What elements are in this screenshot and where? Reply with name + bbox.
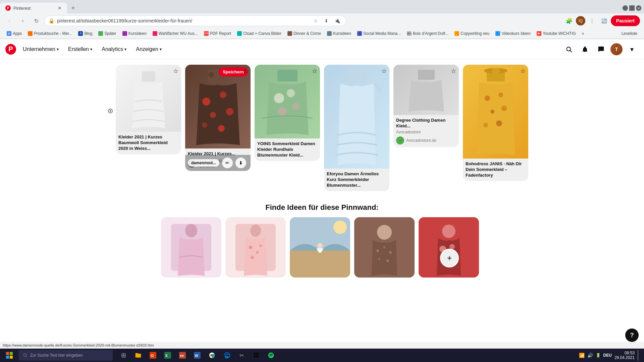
reading-list-button[interactable]: Leseliste: [619, 31, 640, 37]
svg-point-45: [383, 246, 385, 248]
new-tab-button[interactable]: +: [68, 3, 78, 13]
windows-search-bar[interactable]: Zur Suche Text hier eingeben: [19, 350, 113, 361]
close-button[interactable]: ✕: [636, 5, 641, 11]
taskbar-spotify[interactable]: [264, 349, 278, 362]
bookmark-icon-10: [357, 31, 362, 36]
add-more-button[interactable]: +: [440, 249, 459, 267]
tab-close-button[interactable]: ✕: [58, 5, 62, 11]
taskbar-snip[interactable]: ✂: [235, 349, 248, 362]
bookmark-wahlfaecher[interactable]: Wahlfächer WU Aus...: [150, 31, 201, 37]
pin-green-floral[interactable]: Speichern YOINS Sommerkleid Damen Kleide…: [255, 65, 320, 161]
idea-card-4[interactable]: [354, 217, 415, 278]
bookmark-copywriting-label: Copywriting neu: [461, 31, 489, 36]
taskbar-file-manager[interactable]: [131, 349, 145, 362]
bookmark-more[interactable]: »: [579, 31, 587, 37]
pin-floral-dark-star-button[interactable]: ☆: [243, 67, 248, 75]
forward-button[interactable]: ›: [17, 15, 28, 26]
back-button[interactable]: ‹: [4, 15, 15, 26]
idea-card-3[interactable]: [290, 217, 350, 278]
bookmark-youtube[interactable]: ▶ Youtube WICHTIG: [534, 31, 579, 37]
help-button[interactable]: ?: [625, 328, 639, 342]
pin-column-3: Speichern YOINS Sommerkleid Damen Kleide…: [255, 65, 320, 191]
chrome-sync-button[interactable]: 🔄: [599, 15, 609, 26]
idea-card-2[interactable]: [225, 217, 286, 278]
more-tools-button[interactable]: ⋮: [587, 15, 597, 26]
pin-blue-white[interactable]: Speichern Eforyou Damen Ärmellos Kurz So…: [324, 65, 389, 191]
nav-analytics-label: Analytics: [102, 46, 123, 52]
user-avatar[interactable]: T: [610, 43, 623, 55]
taskbar-word[interactable]: W: [191, 349, 204, 362]
taskbar-task-view[interactable]: ⊞: [117, 349, 130, 362]
bookmark-star-button[interactable]: ☆: [311, 16, 320, 25]
svg-point-16: [292, 103, 300, 110]
pin-gray-avatar: 🌿: [396, 136, 404, 144]
taskbar-edge[interactable]: [220, 349, 233, 362]
bookmark-blog[interactable]: B Blog: [75, 31, 95, 37]
pin-white-dress[interactable]: Speichern Kleider 2021 | Kurzes Baumwoll…: [116, 65, 181, 154]
messages-button[interactable]: [594, 43, 608, 56]
pin-blue-white-star-button[interactable]: ☆: [381, 67, 387, 75]
overlay-edit-button[interactable]: ✏: [222, 158, 233, 168]
bookmark-icon-9: [327, 31, 332, 36]
refresh-button[interactable]: ↻: [31, 15, 42, 26]
bookmark-spaeter[interactable]: Später: [96, 31, 119, 37]
pin-gray-star-button[interactable]: ☆: [451, 67, 456, 75]
svg-point-34: [249, 246, 252, 249]
active-tab[interactable]: Pinterest ✕: [0, 3, 67, 13]
overlay-download-button[interactable]: ⬇: [235, 158, 246, 168]
taskbar-clock[interactable]: 08:53 29.04.2021: [614, 351, 635, 360]
taskbar-network-icon[interactable]: 📶: [579, 353, 585, 358]
taskbar-show-desktop[interactable]: [637, 350, 639, 361]
download-button[interactable]: ⬇: [322, 16, 331, 25]
svg-point-4: [209, 72, 214, 77]
bookmark-social[interactable]: Social Media Mana...: [355, 31, 404, 37]
pin-green-floral-star-button[interactable]: ☆: [312, 67, 317, 75]
address-bar[interactable]: 🔒 pinterest.at/tobiasbecker061199/kurze-…: [44, 15, 346, 26]
idea-card-1[interactable]: [161, 217, 221, 278]
nav-unternehmen[interactable]: Unternehmen ▾: [19, 44, 63, 55]
idea-card-5[interactable]: [419, 217, 479, 278]
pausiert-button[interactable]: Pausiert: [611, 15, 640, 26]
pin-gray-dress[interactable]: Speichern Degree Clothing Damen Kleid...…: [393, 65, 459, 147]
profile-button[interactable]: IQ: [576, 16, 585, 25]
bookmark-apps[interactable]: ⊞ Apps: [4, 31, 24, 37]
bookmark-dinner[interactable]: Dinner & Crime: [285, 31, 324, 37]
taskbar-office[interactable]: O: [146, 349, 160, 362]
bookmark-blog-label: Blog: [84, 31, 92, 36]
taskbar-excel[interactable]: X: [161, 349, 174, 362]
svg-point-44: [376, 249, 379, 252]
bookmark-videokurs[interactable]: Videokurs Ideen: [493, 31, 533, 37]
maximize-button[interactable]: [629, 5, 635, 11]
pinterest-logo[interactable]: P: [5, 44, 16, 55]
windows-start-button[interactable]: [3, 349, 16, 362]
taskbar-powerpoint[interactable]: PP: [176, 349, 189, 362]
taskbar-volume-icon[interactable]: 🔊: [587, 353, 593, 358]
minimize-button[interactable]: [623, 5, 628, 11]
bookmark-produktsuche[interactable]: Produktsuche - Mer...: [25, 31, 75, 37]
bookmark-bois[interactable]: BA Bois d'Argent Duft...: [404, 31, 451, 37]
bookmark-icon-4: [122, 31, 127, 36]
taskbar-photos[interactable]: 🖼: [250, 349, 263, 362]
bookmark-kursideen2[interactable]: Kursideen: [324, 31, 354, 37]
bookmark-pdf[interactable]: PDF PDF Report: [201, 31, 234, 37]
nav-anzeigen[interactable]: Anzeigen ▾: [132, 44, 166, 55]
bookmark-copywriting[interactable]: Copywriting neu: [452, 31, 492, 37]
pin-floral-dark[interactable]: Speichern damenmod... ✏ ⬇ Kleider 2021 |…: [185, 65, 251, 171]
search-button[interactable]: [562, 43, 576, 56]
nav-erstellen[interactable]: Erstellen ▾: [64, 44, 96, 55]
extensions-button[interactable]: 🧩: [564, 15, 575, 26]
chrome-extension-button[interactable]: 🔌: [332, 16, 342, 25]
pin-yellow-dress[interactable]: Speichern Bohodress JANIS - Näh Dir Dein…: [463, 65, 528, 181]
account-dropdown-button[interactable]: ▾: [625, 43, 639, 56]
bookmark-kursideen1[interactable]: Kursideen: [120, 31, 149, 37]
address-actions: ☆ ⬇ 🔌: [311, 16, 342, 25]
notifications-button[interactable]: [578, 43, 592, 56]
bookmark-icon-5: [153, 31, 157, 36]
pin-yellow-star-button[interactable]: ☆: [520, 67, 526, 75]
bookmark-more-label: »: [582, 31, 584, 36]
taskbar-chrome[interactable]: [205, 349, 219, 362]
taskbar-battery-icon: 🔋: [596, 353, 601, 358]
pin-white-dress-star-button[interactable]: ☆: [173, 67, 178, 75]
bookmark-canva[interactable]: Cload + Canva Bilder: [234, 31, 284, 37]
nav-analytics[interactable]: Analytics ▾: [98, 44, 130, 55]
